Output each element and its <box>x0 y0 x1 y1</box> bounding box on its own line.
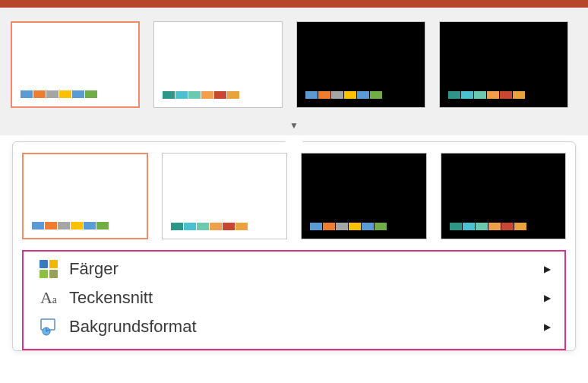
color-swatch <box>201 91 213 99</box>
color-swatch <box>370 91 382 99</box>
color-swatch <box>96 222 109 229</box>
chevron-right-icon: ▶ <box>544 264 551 274</box>
color-swatch <box>501 223 514 230</box>
color-swatch <box>21 90 33 98</box>
color-swatch-strip <box>305 91 383 99</box>
color-swatch <box>305 91 318 99</box>
expand-gallery-button[interactable]: ▼ <box>282 117 306 134</box>
color-swatch <box>171 223 183 230</box>
color-swatch <box>513 91 525 99</box>
ribbon-variant-thumb-1[interactable] <box>153 21 283 108</box>
color-swatch-strip <box>450 223 527 230</box>
dropdown-variant-thumb-2[interactable] <box>301 153 426 239</box>
menu-item-label: Färger <box>69 259 544 279</box>
menu-item-label: Teckensnitt <box>69 288 544 308</box>
color-swatch <box>214 91 226 99</box>
variant-dropdown-panel: Färger ▶ Aa Teckensnitt ▶ Bakgrundsforma… <box>12 141 576 351</box>
menu-item-background[interactable]: Bakgrundsformat ▶ <box>24 312 564 341</box>
color-swatch <box>310 223 322 230</box>
color-swatch <box>344 91 356 99</box>
color-swatch <box>362 223 374 230</box>
variant-gallery <box>0 8 588 114</box>
color-swatch <box>32 222 44 229</box>
color-swatch <box>236 223 248 230</box>
color-swatch <box>33 90 46 98</box>
color-swatch-strip <box>163 91 240 99</box>
color-swatch <box>85 90 97 98</box>
color-swatch <box>500 91 512 99</box>
color-swatch <box>487 91 499 99</box>
color-swatch <box>59 90 71 98</box>
color-swatch <box>336 223 348 230</box>
color-swatch <box>184 223 196 230</box>
dropdown-variant-thumb-3[interactable] <box>441 153 566 239</box>
color-swatch <box>227 91 239 99</box>
color-swatch-strip <box>171 223 248 230</box>
ribbon-variant-thumb-0[interactable] <box>11 21 140 108</box>
ribbon-variant-thumb-3[interactable] <box>439 21 568 108</box>
color-swatch <box>175 91 188 99</box>
color-swatch-strip <box>32 222 109 229</box>
color-swatch <box>197 223 209 230</box>
color-swatch-strip <box>310 223 387 230</box>
color-swatch <box>476 223 488 230</box>
color-swatch <box>461 91 473 99</box>
colors-icon <box>37 260 60 278</box>
color-swatch <box>58 222 70 229</box>
color-swatch <box>488 223 501 230</box>
dropdown-variant-thumb-0[interactable] <box>22 153 148 239</box>
fonts-icon: Aa <box>37 290 60 306</box>
expand-row: ▼ <box>0 114 588 135</box>
dropdown-variant-thumb-1[interactable] <box>162 153 287 239</box>
color-swatch <box>318 91 330 99</box>
color-swatch <box>474 91 486 99</box>
chevron-right-icon: ▶ <box>544 293 551 303</box>
variant-options-menu: Färger ▶ Aa Teckensnitt ▶ Bakgrundsforma… <box>22 250 566 350</box>
color-swatch <box>349 223 361 230</box>
color-swatch <box>331 91 343 99</box>
chevron-right-icon: ▶ <box>544 321 551 332</box>
color-swatch <box>375 223 387 230</box>
menu-item-label: Bakgrundsformat <box>69 317 544 337</box>
color-swatch <box>71 222 83 229</box>
color-swatch <box>223 223 235 230</box>
color-swatch <box>323 223 335 230</box>
color-swatch <box>163 91 175 99</box>
color-swatch <box>84 222 96 229</box>
menu-item-fonts[interactable]: Aa Teckensnitt ▶ <box>24 283 564 312</box>
color-swatch <box>463 223 475 230</box>
color-swatch <box>45 222 57 229</box>
color-swatch-strip <box>448 91 526 99</box>
ribbon-variant-thumb-2[interactable] <box>296 21 425 108</box>
color-swatch <box>450 223 462 230</box>
color-swatch <box>210 223 222 230</box>
app-accent-bar <box>0 0 588 8</box>
color-swatch <box>514 223 526 230</box>
color-swatch-strip <box>21 90 98 98</box>
menu-item-colors[interactable]: Färger ▶ <box>24 255 564 283</box>
color-swatch <box>46 90 58 98</box>
color-swatch <box>188 91 201 99</box>
color-swatch <box>72 90 84 98</box>
color-swatch <box>448 91 460 99</box>
background-format-icon <box>37 318 60 336</box>
color-swatch <box>357 91 369 99</box>
